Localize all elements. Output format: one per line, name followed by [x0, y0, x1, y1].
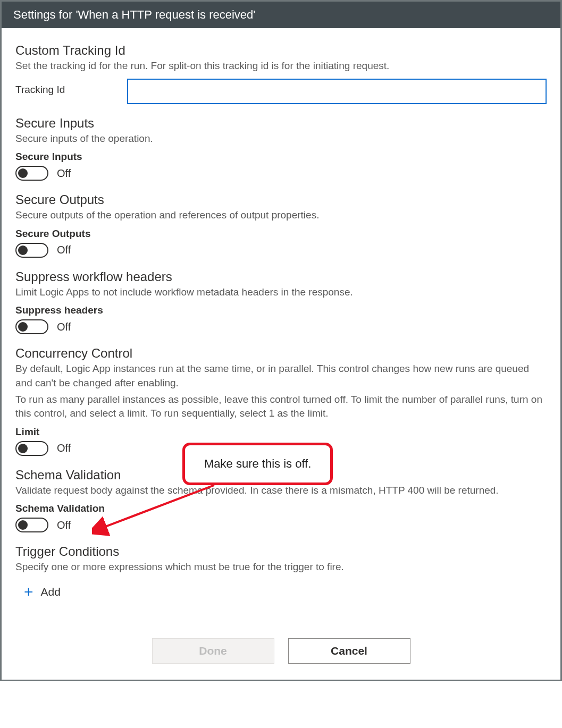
section-title: Custom Tracking Id [15, 43, 547, 58]
section-description: Secure outputs of the operation and refe… [15, 208, 547, 223]
section-custom-tracking-id: Custom Tracking Id Set the tracking id f… [15, 43, 547, 104]
add-trigger-condition-button[interactable]: + Add [24, 584, 61, 600]
section-trigger-conditions: Trigger Conditions Specify one or more e… [15, 544, 547, 600]
section-title: Concurrency Control [15, 346, 547, 361]
section-secure-outputs: Secure Outputs Secure outputs of the ope… [15, 192, 547, 258]
annotation-text: Make sure this is off. [204, 457, 311, 470]
concurrency-limit-toggle[interactable] [15, 441, 48, 456]
section-title: Secure Inputs [15, 116, 547, 131]
section-title: Trigger Conditions [15, 544, 547, 559]
toggle-label: Secure Outputs [15, 228, 547, 240]
dialog-content: Custom Tracking Id Set the tracking id f… [2, 28, 560, 617]
cancel-button[interactable]: Cancel [288, 638, 410, 664]
toggle-label: Schema Validation [15, 503, 547, 514]
done-button[interactable]: Done [152, 638, 274, 664]
toggle-row: Off [15, 319, 547, 334]
toggle-knob-icon [18, 246, 28, 255]
section-description: To run as many parallel instances as pos… [15, 393, 547, 421]
annotation-callout: Make sure this is off. [182, 443, 333, 485]
secure-outputs-toggle[interactable] [15, 243, 48, 258]
section-description: Validate request body against the schema… [15, 484, 547, 498]
section-suppress-headers: Suppress workflow headers Limit Logic Ap… [15, 269, 547, 335]
toggle-row: Off [15, 243, 547, 258]
toggle-label: Suppress headers [15, 304, 547, 316]
toggle-state-text: Off [57, 244, 71, 256]
dialog-footer: Done Cancel [2, 617, 560, 680]
tracking-id-row: Tracking Id [15, 79, 547, 104]
suppress-headers-toggle[interactable] [15, 319, 48, 334]
section-secure-inputs: Secure Inputs Secure inputs of the opera… [15, 116, 547, 181]
section-description: Set the tracking id for the run. For spl… [15, 59, 547, 73]
add-label: Add [41, 586, 61, 598]
plus-icon: + [24, 584, 33, 600]
toggle-knob-icon [18, 322, 28, 332]
section-description: Specify one or more expressions which mu… [15, 560, 547, 574]
section-concurrency: Concurrency Control By default, Logic Ap… [15, 346, 547, 455]
tracking-id-input[interactable] [127, 79, 547, 104]
section-title: Suppress workflow headers [15, 269, 547, 284]
toggle-knob-icon [18, 444, 28, 453]
toggle-state-text: Off [57, 321, 71, 333]
section-title: Secure Outputs [15, 192, 547, 207]
toggle-state-text: Off [57, 519, 71, 531]
settings-dialog: Settings for 'When a HTTP request is rec… [0, 0, 562, 681]
dialog-title: Settings for 'When a HTTP request is rec… [2, 2, 560, 28]
tracking-id-label: Tracking Id [15, 79, 116, 96]
toggle-state-text: Off [57, 442, 71, 454]
toggle-label: Limit [15, 426, 547, 438]
schema-validation-toggle[interactable] [15, 518, 48, 532]
toggle-knob-icon [18, 168, 28, 178]
toggle-label: Secure Inputs [15, 151, 547, 163]
toggle-knob-icon [18, 520, 28, 530]
toggle-state-text: Off [57, 167, 71, 180]
section-description: By default, Logic App instances run at t… [15, 362, 547, 390]
section-description: Secure inputs of the operation. [15, 132, 547, 146]
toggle-row: Off [15, 518, 547, 532]
secure-inputs-toggle[interactable] [15, 166, 48, 181]
section-description: Limit Logic Apps to not include workflow… [15, 285, 547, 300]
toggle-row: Off [15, 166, 547, 181]
